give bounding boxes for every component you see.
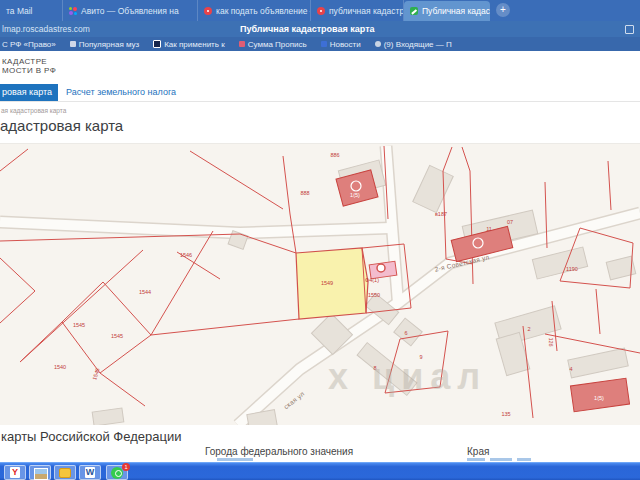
taskbar-photos-button[interactable] <box>29 465 51 480</box>
footer-link-partial[interactable] <box>217 458 253 461</box>
street-label: ская ул <box>282 390 305 410</box>
parcel-label: 1545 <box>73 322 85 328</box>
taskbar-yandex-button[interactable]: Y <box>4 465 26 480</box>
tab-podat-obyavlenie[interactable]: как подать объявление — <box>198 0 311 21</box>
mail-favicon-icon <box>375 41 381 47</box>
parcel-label: 1546 <box>180 252 192 258</box>
new-tab-button[interactable]: + <box>496 3 510 17</box>
divider <box>0 101 640 102</box>
nav-link-land-tax[interactable]: Расчет земельного налога <box>66 84 176 101</box>
footer-link-partial[interactable] <box>490 458 512 461</box>
window-title: Публичная кадастровая карта <box>240 24 375 34</box>
parcel-label: 888 <box>300 190 309 196</box>
bookmark-summa-propis[interactable]: Сумма Пропись <box>239 40 307 49</box>
parcel-label: Ф4(1) <box>365 277 379 283</box>
bookmark-favicon-icon <box>153 40 161 48</box>
parcel-label: 1545 <box>91 367 100 381</box>
taskbar-word-button[interactable]: W <box>79 465 101 480</box>
map-favicon-icon <box>410 7 418 15</box>
parcel-label: 6 <box>404 330 407 336</box>
bookmark-music[interactable]: Популярная муз <box>70 40 139 49</box>
taskbar: Y W 1 <box>0 462 640 480</box>
page-title: адастровая карта <box>0 117 123 134</box>
whatsapp-icon <box>111 467 123 479</box>
bookmark-favicon-icon <box>239 41 245 47</box>
yandex-icon: Y <box>10 467 20 478</box>
bookmark-favicon-icon <box>70 41 76 47</box>
footer-column-krais: Края <box>467 446 489 457</box>
tab-label: публичная кадастровая — <box>329 6 404 16</box>
parcel-label: 1(5) <box>594 395 604 401</box>
bookmark-inbox[interactable]: (9) Входящие — П <box>375 40 452 49</box>
parcel-label: 126 <box>548 337 554 346</box>
parcel-label: 1550 <box>368 292 380 298</box>
parcel-label: 1(5) <box>350 192 360 198</box>
footer-link-partial[interactable] <box>517 458 531 461</box>
parcel-label: 1540 <box>54 364 66 370</box>
tab-mail[interactable]: та Mail <box>0 0 63 21</box>
site-favicon-icon <box>317 7 325 15</box>
taskbar-whatsapp-button[interactable]: 1 <box>106 465 128 480</box>
tab-avito[interactable]: Авито — Объявления на <box>63 0 198 21</box>
bookmark-pravo[interactable]: С РФ «Право» <box>2 40 56 49</box>
site-logo: КАДАСТРЕ МОСТИ В РФ <box>2 57 56 75</box>
tab-label: та Mail <box>6 6 32 16</box>
parcel-label: 1549 <box>321 280 333 286</box>
page-content: КАДАСТРЕ МОСТИ В РФ ровая карта Расчет з… <box>0 51 640 462</box>
bookmark-kak-primenit[interactable]: Как применить к <box>153 40 224 49</box>
footer-link-partial[interactable] <box>467 458 485 461</box>
nav-tab-map[interactable]: ровая карта <box>0 84 58 101</box>
tab-label: Авито — Объявления на <box>81 6 179 16</box>
taskbar-folder-button[interactable] <box>54 465 76 480</box>
tab-label: как подать объявление — <box>216 6 311 16</box>
parcel-label: в187 <box>435 211 447 217</box>
photo-icon <box>34 468 48 480</box>
footer-column-federal-cities: Города федерального значения <box>205 446 353 457</box>
parcel-label: 1190 <box>566 266 578 272</box>
parcel-label: 4 <box>569 366 572 372</box>
browser-tab-bar: та Mail Авито — Объявления на как подать… <box>0 0 640 21</box>
bookmarks-bar: С РФ «Право» Популярная муз Как применит… <box>0 37 640 51</box>
site-favicon-icon <box>204 7 212 15</box>
parcel-label: 1544 <box>139 289 151 295</box>
parcel-label: 1545 <box>111 333 123 339</box>
parcel-label: 135 <box>501 411 510 417</box>
breadcrumb: ая кадастровая карта <box>1 107 66 114</box>
bookmark-novosti[interactable]: Новости <box>321 40 361 49</box>
address-url[interactable]: lmap.roscadastres.com <box>2 24 90 34</box>
tab-active-kadastrovaya[interactable]: Публичная кадастров × <box>404 1 490 21</box>
watermark: х циал <box>328 356 487 398</box>
tab-label: Публичная кадастров <box>422 6 490 16</box>
screen: та Mail Авито — Объявления на как подать… <box>0 0 640 480</box>
parcel-label: 886 <box>330 152 339 158</box>
parcel-label: 11 <box>486 226 492 232</box>
parcel-label: 07 <box>507 219 513 225</box>
bookmark-panel-icon[interactable] <box>625 25 634 34</box>
street-label: 2-я Советская ул <box>434 253 490 272</box>
notification-badge: 1 <box>122 463 130 471</box>
avito-favicon-icon <box>69 7 77 15</box>
word-icon: W <box>85 467 95 478</box>
footer-heading: карты Российской Федерации <box>1 429 181 444</box>
footer: карты Российской Федерации Города федера… <box>0 425 640 462</box>
address-bar: lmap.roscadastres.com Публичная кадастро… <box>0 21 640 37</box>
tab-kadastrovaya[interactable]: публичная кадастровая — <box>311 0 404 21</box>
map-labels: 8868881546154415451545154015451549Ф4(1)1… <box>0 144 640 426</box>
folder-icon <box>59 468 71 478</box>
vk-favicon-icon <box>321 41 327 47</box>
cadastral-map[interactable]: 8868881546154415451545154015451549Ф4(1)1… <box>0 143 640 426</box>
parcel-label: 2 <box>527 326 530 332</box>
